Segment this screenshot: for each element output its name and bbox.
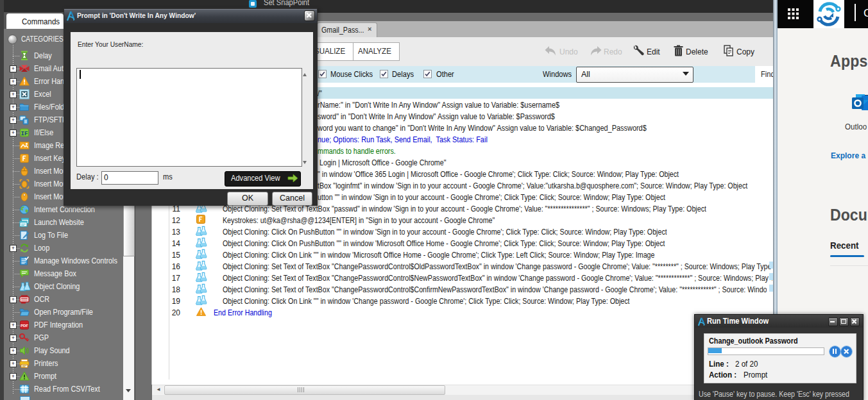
svg-text:PDF: PDF xyxy=(21,324,28,328)
svg-text:IF: IF xyxy=(21,131,28,137)
